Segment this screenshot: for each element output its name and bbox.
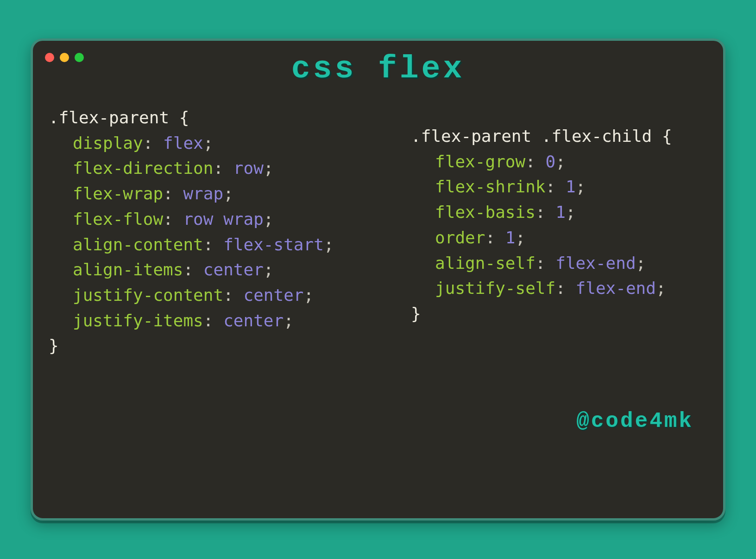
colon: : [163,210,183,229]
semicolon: ; [264,260,274,279]
colon: : [203,311,223,330]
code-block-parent: .flex-parent { display: flex;flex-direct… [49,105,411,359]
selector-parent: .flex-parent { [49,105,411,131]
colon: : [555,279,575,298]
minimize-icon [60,53,69,62]
semicolon: ; [566,203,576,222]
css-value: flex-end [555,254,636,273]
css-property: flex-grow [435,152,525,171]
semicolon: ; [264,159,274,178]
semicolon: ; [324,235,334,254]
css-value: wrap [183,184,223,203]
css-property: display [73,133,143,152]
colon: : [485,228,505,247]
css-property: flex-shrink [435,177,545,196]
colon: : [163,184,183,203]
semicolon: ; [284,311,294,330]
css-property: align-self [435,254,536,273]
author-credit: @code4mk [576,409,693,433]
semicolon: ; [636,254,646,273]
css-declaration: align-items: center; [49,257,411,283]
css-value: center [223,311,284,330]
code-block-child: .flex-parent .flex-child { flex-grow: 0;… [411,105,707,327]
css-property: flex-basis [435,203,536,222]
colon: : [525,152,545,171]
css-property: justify-items [73,311,203,330]
colon: : [143,133,163,152]
css-declaration: flex-direction: row; [49,156,411,181]
selector-child: .flex-parent .flex-child { [411,124,707,149]
traffic-lights [45,53,84,62]
brace-close: } [49,333,411,359]
window-title: css flex [44,51,712,87]
css-value: 1 [555,203,566,222]
code-window: css flex .flex-parent { display: flex;fl… [31,38,725,521]
semicolon: ; [264,210,274,229]
brace-close: } [411,301,707,327]
close-icon [45,53,54,62]
semicolon: ; [203,133,214,152]
css-value: row [233,159,264,178]
css-value: 1 [505,228,516,247]
css-value: 0 [546,152,556,171]
css-value: center [243,286,303,305]
colon: : [223,286,243,305]
css-declaration: align-self: flex-end; [411,251,707,276]
semicolon: ; [516,228,526,247]
colon: : [213,159,233,178]
css-declaration: flex-wrap: wrap; [49,181,411,207]
colon: : [183,260,203,279]
css-property: justify-content [73,286,223,305]
css-property: flex-wrap [73,184,163,203]
css-declaration: flex-basis: 1; [411,200,707,225]
css-value: flex-start [223,235,324,254]
code-columns: .flex-parent { display: flex;flex-direct… [44,105,712,359]
css-declaration: flex-flow: row wrap; [49,207,411,232]
css-property: flex-flow [73,210,163,229]
css-declaration: display: flex; [49,131,411,156]
css-value: center [203,260,264,279]
colon: : [536,203,555,222]
css-value: flex-end [576,279,656,298]
css-declaration: flex-grow: 0; [411,149,707,175]
css-declaration: justify-content: center; [49,283,411,308]
css-value: flex [163,133,203,152]
zoom-icon [75,53,84,62]
colon: : [546,177,566,196]
css-property: flex-direction [73,159,213,178]
semicolon: ; [555,152,566,171]
css-property: justify-self [435,279,555,298]
colon: : [536,254,555,273]
css-declaration: justify-self: flex-end; [411,276,707,301]
semicolon: ; [656,279,666,298]
semicolon: ; [576,177,586,196]
css-property: order [435,228,485,247]
css-value: row wrap [183,210,263,229]
css-value: 1 [566,177,576,196]
semicolon: ; [304,286,314,305]
semicolon: ; [223,184,233,203]
colon: : [203,235,223,254]
css-declaration: align-content: flex-start; [49,232,411,258]
css-declaration: justify-items: center; [49,308,411,334]
css-declaration: flex-shrink: 1; [411,174,707,200]
css-property: align-items [73,260,183,279]
css-property: align-content [73,235,203,254]
css-declaration: order: 1; [411,225,707,251]
